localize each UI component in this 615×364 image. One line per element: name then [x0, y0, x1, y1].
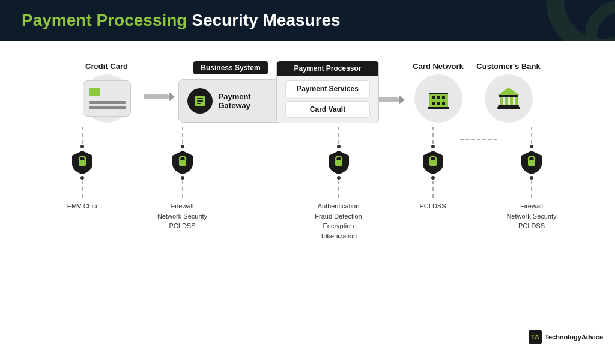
- business-system-node: Business System Payment Gateway: [178, 61, 283, 123]
- payment-gateway-label: Payment Gateway: [219, 92, 274, 110]
- svg-rect-15: [437, 102, 440, 105]
- dot-fw2b: [530, 176, 533, 180]
- svg-rect-11: [432, 96, 435, 99]
- dashed-v-fw2: [531, 127, 532, 144]
- payment-processor-node: Payment Processor Payment Services Card …: [286, 61, 370, 123]
- shield-icon-pci: [422, 150, 444, 175]
- credit-card-icon: [83, 80, 131, 117]
- card-network-label: Card Network: [413, 62, 464, 71]
- card-network-node: Card Network: [408, 62, 468, 123]
- dashed-v-pci: [432, 127, 434, 144]
- svg-rect-24: [515, 97, 518, 105]
- logo-area: TA TechnologyAdvice: [529, 330, 603, 344]
- dot-fw1: [181, 145, 184, 148]
- header: Payment Processing Security Measures: [0, 0, 615, 41]
- svg-rect-13: [442, 96, 445, 99]
- svg-rect-26: [497, 107, 520, 109]
- card-network-icon: [424, 84, 453, 113]
- svg-rect-7: [197, 103, 201, 104]
- security-col-firewall1: Firewall Network Security PCI DSS: [147, 127, 219, 231]
- main-content: Credit Card: [0, 41, 615, 351]
- dashed-v-fw1: [182, 127, 183, 144]
- security-text-auth: Authentication Fraud Detection Encryptio…: [315, 201, 362, 241]
- cc-strip2: [89, 106, 126, 109]
- svg-rect-20: [499, 95, 518, 97]
- security-text-fw1: Firewall Network Security PCI DSS: [157, 201, 207, 231]
- card-network-icon-circle: [414, 74, 462, 123]
- svg-rect-5: [197, 98, 203, 99]
- processor-outer: Payment Processor Payment Services Card …: [276, 61, 379, 123]
- svg-rect-25: [498, 105, 519, 107]
- processor-item-1: Card Vault: [285, 101, 370, 118]
- customers-bank-node: Customer's Bank: [476, 62, 542, 123]
- dot-auth: [337, 145, 341, 148]
- dashed-v-emv: [82, 127, 83, 144]
- dashed-v2-fw2: [531, 181, 532, 198]
- dashed-v2-emv: [82, 181, 83, 198]
- dot-pci2: [431, 176, 435, 180]
- dashed-v2-fw1: [182, 181, 183, 198]
- security-col-emv: EMV Chip: [49, 127, 115, 211]
- business-system-box: Payment Gateway: [178, 79, 283, 123]
- processor-inner: Payment Services Card Vault: [277, 76, 378, 123]
- customers-bank-icon-circle: [485, 74, 533, 123]
- dot-emv2: [80, 176, 84, 180]
- svg-rect-16: [442, 102, 445, 105]
- credit-card-label: Credit Card: [85, 62, 128, 71]
- security-text-fw2: Firewall Network Security PCI DSS: [506, 201, 556, 231]
- credit-card-node: Credit Card: [74, 62, 140, 123]
- svg-rect-14: [432, 102, 435, 105]
- dashed-v2-pci: [432, 181, 434, 198]
- cc-chip: [89, 88, 100, 96]
- shield-icon-emv: [71, 150, 94, 175]
- security-col-auth: Authentication Fraud Detection Encryptio…: [303, 127, 375, 241]
- processor-label-box: Payment Processor: [277, 61, 378, 76]
- svg-rect-2: [144, 94, 169, 99]
- security-text-emv: EMV Chip: [67, 201, 97, 211]
- dashed-v2-auth: [338, 181, 339, 198]
- flow-row: Credit Card: [14, 61, 601, 123]
- dot-fw1b: [181, 176, 184, 180]
- dashed-v-auth: [338, 127, 339, 144]
- arrow-1: [144, 90, 175, 106]
- svg-rect-18: [429, 93, 448, 94]
- dot-fw2: [530, 145, 533, 148]
- svg-rect-17: [428, 107, 449, 109]
- svg-marker-9: [399, 95, 405, 105]
- gateway-icon-circle: [187, 88, 213, 114]
- security-text-pci: PCI DSS: [419, 201, 446, 211]
- security-col-firewall2: Firewall Network Security PCI DSS: [497, 127, 566, 231]
- security-section: EMV Chip Firewall Network Security PCI D…: [14, 127, 601, 241]
- svg-rect-10: [429, 94, 448, 108]
- shield-icon-fw1: [171, 150, 194, 175]
- shield-icon-fw2: [520, 150, 543, 175]
- dashed-h-line: [460, 139, 497, 140]
- dot-pci: [431, 145, 435, 148]
- svg-marker-19: [498, 88, 520, 95]
- svg-rect-22: [505, 97, 508, 105]
- svg-marker-3: [169, 92, 175, 102]
- shield-icon-auth: [327, 150, 350, 175]
- processor-item-0: Payment Services: [285, 80, 370, 97]
- arrow-icon-1: [144, 90, 175, 103]
- svg-rect-12: [437, 96, 440, 99]
- credit-card-icon-circle: [83, 74, 131, 123]
- svg-point-1: [591, 6, 615, 41]
- dot-emv: [80, 145, 84, 148]
- customers-bank-label: Customer's Bank: [476, 62, 540, 71]
- dashed-h-sec: [460, 139, 497, 140]
- svg-rect-23: [510, 97, 513, 105]
- dot-auth2: [337, 176, 341, 180]
- gateway-icon: [193, 94, 207, 108]
- cc-strip: [89, 101, 126, 104]
- title-normal: Security Measures: [187, 11, 340, 29]
- title-highlight: Payment Processing: [22, 11, 187, 29]
- svg-rect-6: [197, 100, 203, 102]
- logo-text: TechnologyAdvice: [545, 333, 603, 341]
- logo-icon: TA: [529, 330, 542, 344]
- security-col-pci: PCI DSS: [406, 127, 460, 211]
- business-system-box-label: Business System: [193, 61, 267, 74]
- svg-rect-21: [500, 97, 503, 105]
- header-decor: [495, 0, 615, 41]
- customers-bank-icon: [494, 84, 523, 113]
